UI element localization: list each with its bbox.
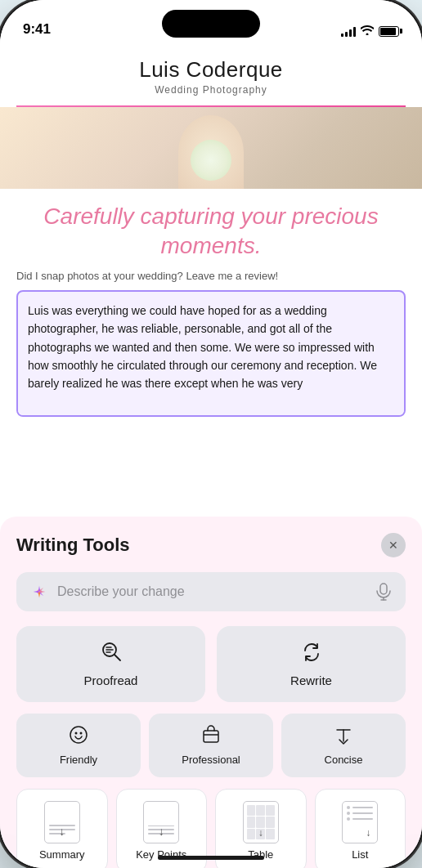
rewrite-button[interactable]: Rewrite xyxy=(217,626,406,702)
site-subtitle: Wedding Photography xyxy=(16,84,406,96)
hero-image xyxy=(0,107,422,189)
small-tools-row: Friendly Professional xyxy=(16,714,406,777)
review-textarea[interactable]: Luis was everything we could have hoped … xyxy=(16,290,406,417)
sparkle-icon xyxy=(29,582,49,602)
concise-icon xyxy=(334,725,353,749)
key-points-doc-icon: ↓ xyxy=(143,801,179,843)
professional-button[interactable]: Professional xyxy=(149,714,273,777)
search-placeholder-text: Describe your change xyxy=(57,584,366,599)
list-label: List xyxy=(352,848,368,861)
table-doc-icon: ↓ xyxy=(243,801,279,843)
site-title: Luis Coderque xyxy=(16,57,406,83)
svg-line-5 xyxy=(114,655,120,660)
concise-label: Concise xyxy=(325,754,363,766)
phone-frame: 9:41 Luis Coderque Weddin xyxy=(0,0,422,868)
friendly-label: Friendly xyxy=(60,754,97,766)
close-button[interactable]: ✕ xyxy=(381,533,406,557)
proofread-label: Proofread xyxy=(84,673,138,687)
svg-point-9 xyxy=(70,727,87,743)
review-text: Luis was everything we could have hoped … xyxy=(28,304,377,391)
rewrite-label: Rewrite xyxy=(290,673,332,687)
list-button[interactable]: ↓ List xyxy=(315,789,406,868)
summary-doc-icon: ↓ xyxy=(44,801,80,843)
writing-tools-panel: Writing Tools ✕ Describe your change xyxy=(0,517,422,868)
writing-tools-header: Writing Tools ✕ xyxy=(16,533,406,557)
site-header: Luis Coderque Wedding Photography xyxy=(0,44,422,105)
status-time: 9:41 xyxy=(23,21,51,38)
svg-rect-12 xyxy=(204,731,218,742)
wifi-icon xyxy=(361,25,374,38)
dynamic-island xyxy=(162,10,260,38)
concise-button[interactable]: Concise xyxy=(281,714,406,777)
site-tagline: Carefully capturing your precious moment… xyxy=(0,189,422,270)
battery-icon xyxy=(379,26,399,37)
svg-rect-1 xyxy=(380,584,387,594)
svg-point-11 xyxy=(80,732,83,735)
rewrite-icon xyxy=(301,641,322,667)
proofread-icon xyxy=(101,641,122,667)
signal-icon xyxy=(341,26,356,37)
home-indicator xyxy=(158,856,264,860)
summary-button[interactable]: ↓ Summary xyxy=(16,789,108,868)
proofread-button[interactable]: Proofread xyxy=(16,626,205,702)
friendly-icon xyxy=(69,725,88,749)
large-tools-row: Proofread Rewrite xyxy=(16,626,406,702)
review-prompt: Did I snap photos at your wedding? Leave… xyxy=(0,270,422,290)
friendly-button[interactable]: Friendly xyxy=(16,714,141,777)
svg-point-10 xyxy=(75,732,78,735)
professional-label: Professional xyxy=(182,754,240,766)
mic-icon[interactable] xyxy=(375,583,393,601)
describe-change-input[interactable]: Describe your change xyxy=(16,572,406,611)
status-icons xyxy=(341,25,399,38)
summary-label: Summary xyxy=(39,848,85,861)
list-doc-icon: ↓ xyxy=(342,801,378,843)
writing-tools-title: Writing Tools xyxy=(16,535,130,556)
professional-icon xyxy=(201,725,221,749)
